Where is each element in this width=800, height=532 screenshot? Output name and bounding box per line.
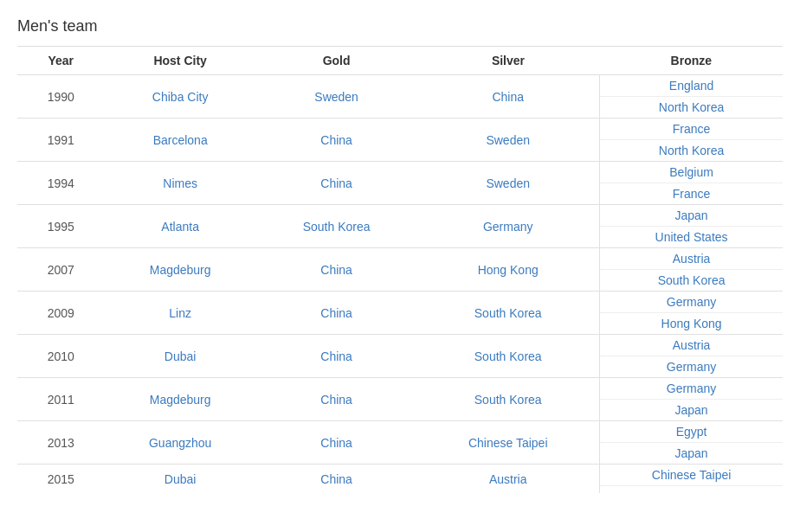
silver-cell: Chinese Taipei	[416, 421, 599, 465]
gold-cell: China	[256, 421, 416, 465]
host-city-cell: Nimes	[104, 162, 256, 205]
gold-cell: Sweden	[256, 75, 416, 119]
bronze-cell-1: Germany	[600, 378, 783, 400]
page-title: Men's team	[17, 17, 783, 35]
silver-cell: Austria	[416, 465, 599, 494]
bronze-cell-1: Egypt	[600, 421, 783, 443]
table-row: 2013GuangzhouChinaChinese TaipeiEgypt	[17, 421, 783, 443]
host-city-cell: Barcelona	[104, 119, 256, 162]
bronze-cell-1: Austria	[600, 248, 783, 270]
year-cell: 2007	[17, 248, 104, 292]
host-city-cell: Dubai	[104, 335, 256, 378]
year-cell: 1995	[17, 205, 104, 248]
bronze-cell-1: Chinese Taipei	[600, 465, 783, 486]
bronze-cell-2: Japan	[600, 400, 783, 421]
year-cell: 2009	[17, 292, 104, 335]
year-cell: 1991	[17, 119, 104, 162]
host-city-cell: Magdeburg	[104, 378, 256, 421]
column-header-silver: Silver	[416, 47, 599, 75]
silver-cell: South Korea	[416, 292, 599, 335]
host-city-cell: Chiba City	[104, 75, 256, 119]
gold-cell: South Korea	[256, 205, 416, 248]
bronze-cell-2: Germany	[600, 356, 783, 378]
year-cell: 2010	[17, 335, 104, 378]
bronze-cell-1: Austria	[600, 335, 783, 356]
gold-cell: China	[256, 119, 416, 162]
gold-cell: China	[256, 378, 416, 421]
table-row: 2015DubaiChinaAustriaChinese Taipei	[17, 465, 783, 486]
table-header-row: YearHost CityGoldSilverBronze	[17, 47, 783, 75]
year-cell: 2015	[17, 465, 104, 494]
column-header-year: Year	[17, 47, 104, 75]
bronze-cell-1: Japan	[600, 205, 783, 227]
results-table: YearHost CityGoldSilverBronze 1990Chiba …	[17, 46, 783, 493]
host-city-cell: Dubai	[104, 465, 256, 494]
bronze-cell-2: Japan	[600, 443, 783, 465]
year-cell: 2013	[17, 421, 104, 465]
silver-cell: South Korea	[416, 378, 599, 421]
gold-cell: China	[256, 465, 416, 494]
table-row: 1991BarcelonaChinaSwedenFrance	[17, 119, 783, 140]
bronze-cell-2	[600, 486, 783, 494]
gold-cell: China	[256, 248, 416, 292]
host-city-cell: Guangzhou	[104, 421, 256, 465]
bronze-cell-1: Belgium	[600, 162, 783, 183]
silver-cell: Sweden	[416, 119, 599, 162]
bronze-cell-1: Germany	[600, 292, 783, 313]
bronze-cell-2: United States	[600, 227, 783, 248]
table-row: 2007MagdeburgChinaHong KongAustria	[17, 248, 783, 270]
host-city-cell: Linz	[104, 292, 256, 335]
silver-cell: Hong Kong	[416, 248, 599, 292]
table-row: 2010DubaiChinaSouth KoreaAustria	[17, 335, 783, 356]
silver-cell: China	[416, 75, 599, 119]
bronze-cell-1: England	[600, 75, 783, 97]
bronze-cell-1: France	[600, 119, 783, 140]
gold-cell: China	[256, 162, 416, 205]
bronze-cell-2: North Korea	[600, 97, 783, 119]
column-header-host-city: Host City	[104, 47, 256, 75]
gold-cell: China	[256, 292, 416, 335]
silver-cell: Sweden	[416, 162, 599, 205]
silver-cell: Germany	[416, 205, 599, 248]
bronze-cell-2: France	[600, 183, 783, 205]
year-cell: 1990	[17, 75, 104, 119]
column-header-gold: Gold	[256, 47, 416, 75]
table-row: 1995AtlantaSouth KoreaGermanyJapan	[17, 205, 783, 227]
year-cell: 1994	[17, 162, 104, 205]
table-row: 2009LinzChinaSouth KoreaGermany	[17, 292, 783, 313]
bronze-cell-2: Hong Kong	[600, 313, 783, 335]
gold-cell: China	[256, 335, 416, 378]
host-city-cell: Atlanta	[104, 205, 256, 248]
column-header-bronze: Bronze	[600, 47, 783, 75]
bronze-cell-2: North Korea	[600, 140, 783, 162]
table-row: 1990Chiba CitySwedenChinaEngland	[17, 75, 783, 97]
table-row: 1994NimesChinaSwedenBelgium	[17, 162, 783, 183]
host-city-cell: Magdeburg	[104, 248, 256, 292]
silver-cell: South Korea	[416, 335, 599, 378]
year-cell: 2011	[17, 378, 104, 421]
table-row: 2011MagdeburgChinaSouth KoreaGermany	[17, 378, 783, 400]
bronze-cell-2: South Korea	[600, 270, 783, 292]
